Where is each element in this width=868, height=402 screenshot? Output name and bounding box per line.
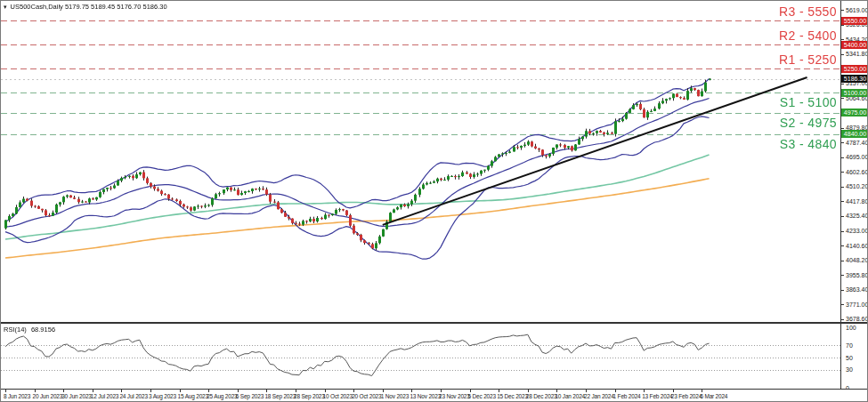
price-badge-last-price: 5186.30: [841, 75, 868, 83]
price-tick-label: 3955.80: [846, 272, 868, 278]
date-tick-mark: [325, 390, 326, 392]
sr-label-s1[interactable]: S1 - 5100: [780, 95, 837, 109]
price-tick-mark: [841, 187, 844, 188]
pane-separator: [1, 322, 868, 324]
sr-label-r3[interactable]: R3 - 5550: [779, 4, 837, 19]
price-tick-mark: [841, 261, 844, 261]
date-tick-label: 1 Feb 2024: [613, 393, 641, 399]
main-chart-canvas[interactable]: [1, 1, 840, 323]
price-tick-label: 5341.80: [846, 51, 868, 57]
price-tick-label: 4695.00: [846, 154, 868, 160]
rsi-scale-label: 70: [846, 342, 853, 349]
price-tick-label: 4048.20: [846, 257, 868, 263]
date-tick-label: 24 Jul 2023: [119, 393, 147, 399]
price-badge-4975: 4975.00: [841, 109, 868, 117]
date-tick-mark: [499, 390, 499, 392]
date-tick-mark: [383, 390, 384, 392]
date-tick-label: 23 Nov 2023: [439, 393, 470, 399]
date-tick-label: 13 Nov 2023: [410, 393, 441, 399]
rsi-indicator-label: RSI(14) 68.9156: [4, 326, 58, 334]
sr-label-s2[interactable]: S2 - 4975: [780, 116, 837, 130]
price-tick-mark: [841, 275, 844, 276]
price-tick-mark: [841, 128, 844, 129]
date-tick-label: 5 Dec 2023: [468, 393, 496, 399]
date-tick-label: 13 Feb 2024: [642, 393, 672, 399]
date-tick-mark: [702, 390, 702, 392]
chart-symbol-icon: ▾: [4, 4, 7, 10]
price-tick-mark: [841, 84, 844, 84]
date-tick-mark: [93, 390, 93, 392]
price-tick-label: 4787.40: [846, 140, 868, 146]
rsi-value: 68.9156: [31, 326, 55, 334]
price-tick-label: 4510.20: [846, 183, 868, 189]
price-tick-mark: [841, 319, 844, 320]
price-tick-label: 4325.40: [846, 213, 868, 219]
date-tick-mark: [644, 390, 645, 392]
date-tick-label: 18 Sep 2023: [264, 393, 296, 399]
price-tick-label: 3771.00: [846, 302, 868, 308]
sr-label-s3[interactable]: S3 - 4840: [780, 137, 837, 151]
price-tick-mark: [841, 172, 844, 173]
price-badge-5400: 5400.00: [841, 41, 868, 49]
price-tick-mark: [841, 290, 844, 291]
date-tick-label: 10 Jan 2024: [555, 393, 585, 399]
date-tick-mark: [121, 390, 122, 392]
date-tick-mark: [615, 390, 616, 392]
date-tick-mark: [296, 390, 296, 392]
date-tick-label: 25 Aug 2023: [207, 393, 237, 399]
price-tick-label: 3863.40: [846, 286, 868, 293]
chart-title: ▾ US500Cash,Daily 5179.75 5189.45 5176.7…: [4, 3, 167, 11]
date-tick-label: 3 Aug 2023: [149, 393, 176, 399]
price-tick-label: 4602.60: [846, 169, 868, 175]
rsi-name: RSI(14): [4, 326, 27, 334]
date-tick-mark: [150, 390, 151, 392]
date-tick-mark: [411, 390, 412, 392]
chart-ohlc-values: 5179.75 5189.45 5176.70 5186.30: [65, 3, 167, 11]
price-tick-mark: [841, 25, 844, 26]
sr-label-r1[interactable]: R1 - 5250: [779, 52, 837, 67]
date-tick-mark: [180, 390, 181, 392]
date-tick-label: 15 Aug 2023: [178, 393, 208, 399]
price-tick-mark: [841, 304, 844, 305]
date-tick-label: 6 Mar 2024: [700, 393, 727, 399]
rsi-pane-canvas[interactable]: [1, 324, 840, 389]
price-badge-5100: 5100.00: [841, 89, 868, 97]
price-tick-mark: [841, 10, 844, 11]
date-tick-mark: [470, 390, 471, 392]
date-tick-mark: [556, 390, 557, 392]
price-tick-label: 4417.80: [846, 198, 868, 205]
date-tick-mark: [5, 390, 6, 392]
date-tick-label: 28 Sep 2023: [294, 393, 325, 399]
price-tick-mark: [841, 201, 844, 202]
date-tick-mark: [208, 390, 209, 392]
rsi-scale-label: 30: [846, 366, 853, 373]
price-axis[interactable]: 5619.005526.605434.205341.805157.005064.…: [841, 1, 868, 389]
price-tick-mark: [841, 245, 844, 246]
price-tick-mark: [841, 157, 844, 158]
date-tick-label: 20 Oct 2023: [352, 393, 381, 399]
date-tick-label: 1 Nov 2023: [381, 393, 409, 399]
price-axis-separator: [840, 1, 841, 389]
date-tick-label: 12 Jul 2023: [91, 393, 118, 399]
sr-label-r2[interactable]: R2 - 5400: [779, 28, 837, 43]
date-axis-separator: [1, 389, 868, 390]
price-tick-mark: [841, 54, 844, 55]
rsi-scale-label: 100: [846, 325, 856, 331]
date-tick-label: 20 Jun 2023: [33, 393, 63, 399]
date-tick-mark: [353, 390, 354, 392]
price-tick-mark: [841, 231, 844, 232]
price-tick-mark: [841, 142, 844, 143]
price-tick-mark: [841, 216, 844, 217]
price-badge-4840: 4840.00: [841, 130, 868, 138]
date-tick-mark: [528, 390, 529, 392]
date-tick-label: 23 Feb 2024: [671, 393, 702, 399]
date-tick-label: 30 Jun 2023: [61, 393, 92, 399]
date-axis[interactable]: 8 Jun 202320 Jun 202330 Jun 202312 Jul 2…: [1, 390, 868, 402]
date-tick-mark: [266, 390, 267, 392]
date-tick-label: 22 Jan 2024: [584, 393, 614, 399]
date-tick-label: 15 Dec 2023: [497, 393, 528, 399]
date-tick-mark: [238, 390, 239, 392]
date-tick-mark: [35, 390, 36, 392]
mt4-chart-window: ▾ US500Cash,Daily 5179.75 5189.45 5176.7…: [0, 0, 868, 402]
price-tick-label: 4233.00: [846, 228, 868, 234]
